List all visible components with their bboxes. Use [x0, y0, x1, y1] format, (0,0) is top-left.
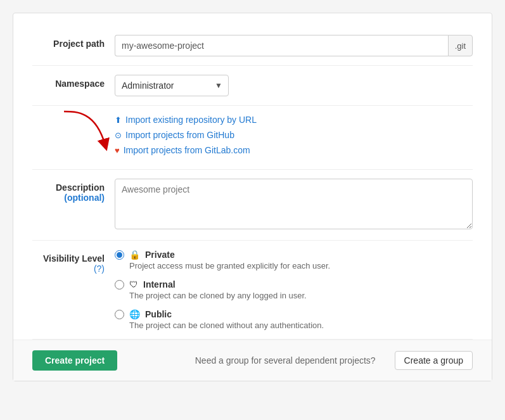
visibility-internal-option: 🛡 Internal The project can be cloned by … [115, 279, 473, 300]
namespace-select-wrapper: Administrator ▼ [115, 75, 229, 96]
form-footer: Create project Need a group for several … [13, 340, 492, 381]
visibility-content: 🔒 Private Project access must be granted… [115, 250, 473, 330]
import-gitlab-label: Import projects from GitLab.com [124, 145, 250, 155]
git-suffix: .git [448, 35, 473, 56]
visibility-internal-desc: The project can be cloned by any logged … [129, 291, 473, 300]
description-content [115, 179, 473, 231]
import-gitlab-link[interactable]: ♥ Import projects from GitLab.com [115, 145, 473, 155]
visibility-row: Visibility Level (?) 🔒 Private Project a… [32, 241, 473, 340]
visibility-label: Visibility Level (?) [32, 250, 115, 274]
visibility-public-header: 🌐 Public [115, 309, 473, 319]
visibility-public-option: 🌐 Public The project can be cloned witho… [115, 309, 473, 330]
create-project-button[interactable]: Create project [32, 350, 117, 371]
visibility-public-desc: The project can be cloned without any au… [129, 321, 473, 330]
visibility-private-header: 🔒 Private [115, 250, 473, 260]
namespace-content: Administrator ▼ [115, 75, 473, 96]
shield-icon: 🛡 [129, 279, 138, 290]
import-row: ⬆ Import existing repository by URL ⊙ Im… [32, 106, 473, 170]
import-label-empty [32, 115, 115, 118]
github-icon: ⊙ [115, 130, 122, 140]
project-path-wrapper: .git [115, 35, 473, 56]
create-group-button[interactable]: Create a group [395, 351, 473, 370]
visibility-internal-header: 🛡 Internal [115, 279, 473, 290]
namespace-label: Namespace [32, 75, 115, 89]
import-github-label: Import projects from GitHub [125, 130, 234, 140]
visibility-internal-radio[interactable] [115, 280, 124, 290]
namespace-select[interactable]: Administrator [115, 75, 229, 96]
description-label: Description (optional) [32, 179, 115, 203]
import-github-link[interactable]: ⊙ Import projects from GitHub [115, 130, 473, 140]
import-url-link[interactable]: ⬆ Import existing repository by URL [115, 115, 473, 125]
upload-icon: ⬆ [115, 115, 122, 125]
visibility-public-name: Public [145, 309, 172, 319]
gitlab-heart-icon: ♥ [115, 146, 120, 155]
description-row: Description (optional) [32, 170, 473, 241]
project-path-label: Project path [32, 35, 115, 49]
visibility-private-option: 🔒 Private Project access must be granted… [115, 250, 473, 270]
namespace-row: Namespace Administrator ▼ [32, 66, 473, 106]
visibility-internal-name: Internal [143, 279, 176, 290]
import-url-label: Import existing repository by URL [125, 115, 257, 125]
visibility-private-name: Private [145, 250, 175, 260]
project-form: Project path .git Namespace Administrato… [13, 13, 492, 381]
group-prompt-text: Need a group for several dependent proje… [195, 355, 376, 366]
project-path-row: Project path .git [32, 26, 473, 66]
globe-icon: 🌐 [129, 309, 140, 319]
import-content: ⬆ Import existing repository by URL ⊙ Im… [115, 115, 473, 160]
project-path-content: .git [115, 35, 473, 56]
visibility-private-radio[interactable] [115, 250, 124, 260]
visibility-private-desc: Project access must be granted explicitl… [129, 261, 473, 270]
lock-icon: 🔒 [129, 250, 140, 260]
visibility-help[interactable]: (?) [94, 264, 105, 274]
project-path-input[interactable] [115, 35, 448, 56]
description-textarea[interactable] [115, 179, 473, 229]
visibility-public-radio[interactable] [115, 310, 124, 319]
